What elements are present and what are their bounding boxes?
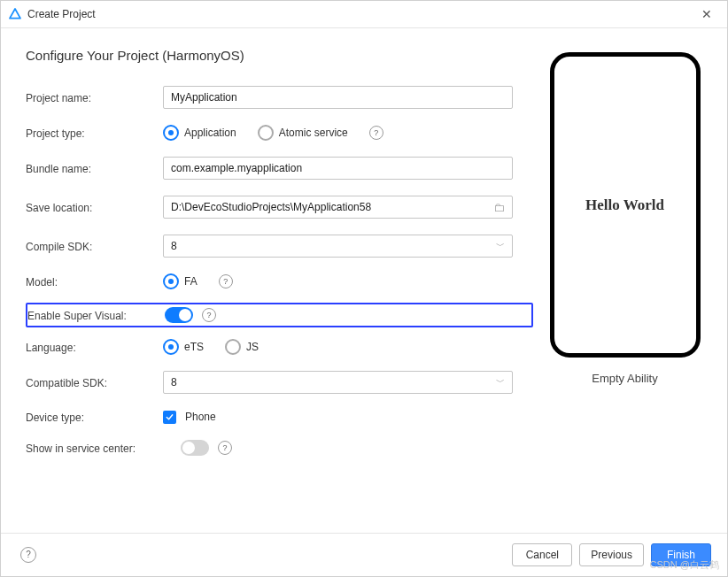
project-name-input[interactable]	[163, 86, 513, 109]
chevron-down-icon: ﹀	[496, 376, 505, 389]
help-icon[interactable]: ?	[20, 547, 36, 563]
label-bundle-name: Bundle name:	[26, 161, 163, 175]
radio-label: FA	[184, 275, 197, 288]
close-icon[interactable]: ✕	[693, 7, 720, 21]
row-enable-super-visual: Enable Super Visual: ?	[26, 303, 533, 327]
footer: ? Cancel Previous Finish	[1, 533, 727, 576]
compile-sdk-value: 8	[171, 240, 177, 252]
check-icon	[165, 412, 174, 422]
label-compatible-sdk: Compatible SDK:	[26, 375, 163, 389]
label-show-service-center: Show in service center:	[26, 441, 181, 455]
save-location-field[interactable]: D:\DevEcoStudioProjects\MyApplication58 …	[163, 196, 513, 219]
label-compile-sdk: Compile SDK:	[26, 239, 163, 253]
radio-atomic-service[interactable]: Atomic service	[258, 125, 348, 141]
radio-ets[interactable]: eTS	[163, 339, 204, 355]
bundle-name-input[interactable]	[163, 157, 513, 180]
help-icon[interactable]: ?	[219, 274, 233, 288]
folder-icon[interactable]: 🗀	[493, 202, 505, 213]
radio-icon	[225, 339, 241, 355]
compatible-sdk-select[interactable]: 8 ﹀	[163, 371, 513, 394]
label-device-type: Device type:	[26, 410, 163, 424]
help-icon[interactable]: ?	[369, 126, 383, 140]
save-location-value: D:\DevEcoStudioProjects\MyApplication58	[171, 201, 371, 213]
help-icon[interactable]: ?	[202, 308, 216, 322]
radio-icon	[163, 273, 179, 289]
cancel-button[interactable]: Cancel	[512, 543, 572, 566]
radio-label: Application	[184, 127, 236, 139]
previous-button[interactable]: Previous	[579, 543, 644, 566]
app-icon	[8, 7, 22, 21]
radio-icon	[163, 125, 179, 141]
super-visual-toggle[interactable]	[165, 307, 193, 323]
radio-fa[interactable]: FA	[163, 273, 197, 289]
compatible-sdk-value: 8	[171, 376, 177, 389]
form-area: Configure Your Project (HarmonyOS) Proje…	[26, 48, 547, 524]
compile-sdk-select[interactable]: 8 ﹀	[163, 235, 513, 258]
radio-label: JS	[246, 341, 259, 353]
device-label: Phone	[185, 411, 216, 423]
radio-label: eTS	[184, 341, 204, 353]
label-project-type: Project type:	[26, 126, 163, 140]
service-center-toggle[interactable]	[181, 440, 209, 456]
radio-icon	[163, 339, 179, 355]
phone-screen-text: Hello World	[585, 196, 664, 214]
finish-button[interactable]: Finish	[651, 543, 711, 566]
preview-caption: Empty Ability	[592, 372, 657, 385]
window-title: Create Project	[27, 8, 693, 20]
phone-preview: Hello World	[550, 52, 701, 358]
label-save-location: Save location:	[26, 200, 163, 214]
page-title: Configure Your Project (HarmonyOS)	[26, 48, 530, 63]
checkbox-phone[interactable]	[163, 411, 176, 424]
chevron-down-icon: ﹀	[496, 240, 505, 252]
help-icon[interactable]: ?	[218, 441, 232, 455]
radio-application[interactable]: Application	[163, 125, 236, 141]
preview-area: Hello World Empty Ability	[547, 48, 702, 524]
titlebar: Create Project ✕	[1, 1, 727, 28]
label-model: Model:	[26, 274, 163, 288]
radio-icon	[258, 125, 274, 141]
label-language: Language:	[26, 340, 163, 354]
create-project-window: Create Project ✕ Configure Your Project …	[0, 0, 728, 577]
radio-js[interactable]: JS	[225, 339, 259, 355]
radio-label: Atomic service	[279, 127, 348, 139]
label-project-name: Project name:	[26, 90, 163, 104]
label-enable-super-visual: Enable Super Visual:	[27, 308, 165, 322]
